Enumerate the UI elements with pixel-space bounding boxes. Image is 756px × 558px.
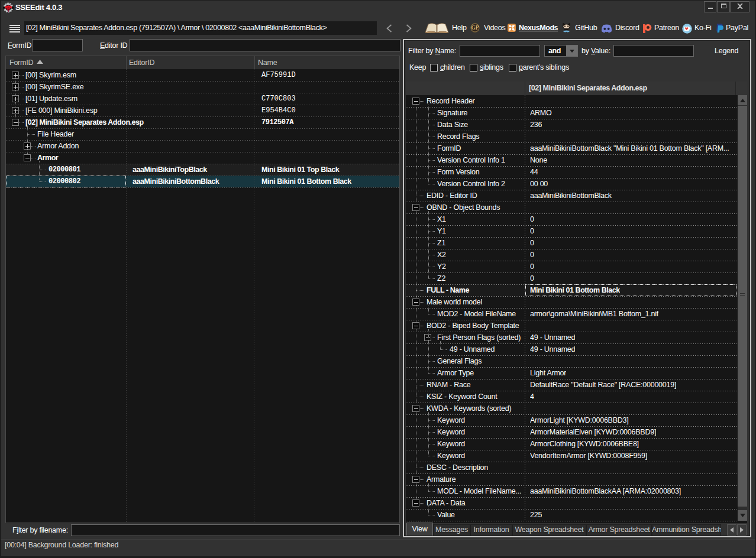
svg-text:GP: GP	[471, 25, 479, 31]
